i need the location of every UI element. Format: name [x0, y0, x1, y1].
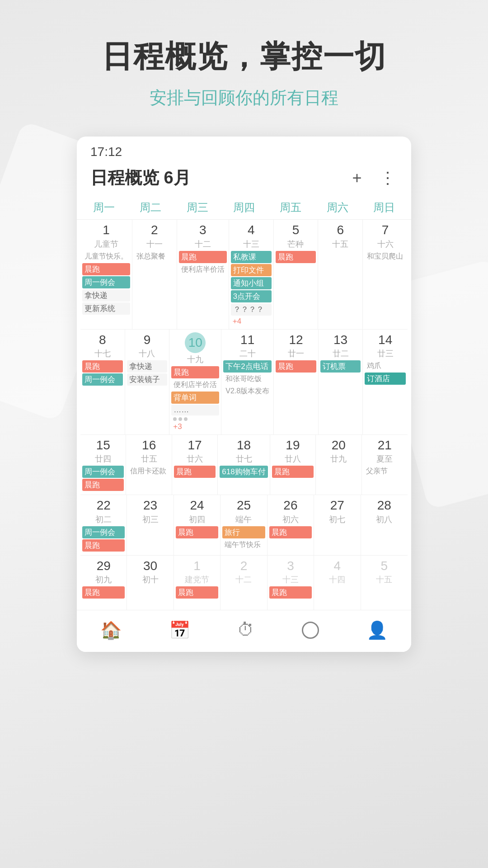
- day-num-wrap: 29: [82, 558, 125, 574]
- day-cell[interactable]: 15廿四周一例会晨跑: [80, 435, 126, 495]
- event-tag[interactable]: 晨跑: [174, 466, 216, 478]
- day-cell[interactable]: 9十八拿快递安装镜子: [125, 330, 170, 434]
- day-cell[interactable]: 5十五: [361, 556, 408, 610]
- day-cell[interactable]: 1儿童节儿童节快乐。晨跑周一例会拿快递更新系统: [80, 220, 132, 329]
- event-tag[interactable]: ？？？？: [231, 303, 272, 316]
- event-tag[interactable]: 私教课: [231, 251, 272, 263]
- day-cell[interactable]: 1建党节晨跑: [174, 556, 221, 610]
- event-tag[interactable]: 便利店半价活: [171, 379, 219, 391]
- day-cell[interactable]: 21夏至父亲节: [362, 435, 408, 495]
- week-row: 1儿童节儿童节快乐。晨跑周一例会拿快递更新系统2十一张总聚餐3十二晨跑便利店半价…: [80, 220, 408, 330]
- day-num-wrap: 13: [320, 332, 361, 348]
- day-num-wrap: 2: [134, 222, 175, 238]
- event-tag[interactable]: 晨跑: [272, 466, 314, 478]
- day-cell[interactable]: 5芒种晨跑: [274, 220, 319, 329]
- event-tag[interactable]: 订机票: [320, 360, 361, 373]
- event-tag[interactable]: 张总聚餐: [134, 251, 175, 262]
- event-tag[interactable]: 晨跑: [82, 263, 130, 275]
- lunar-label: 十七: [82, 348, 123, 359]
- event-tag[interactable]: 晨跑: [276, 251, 316, 263]
- day-cell[interactable]: 7十六和宝贝爬山: [363, 220, 408, 329]
- event-tag[interactable]: 晨跑: [269, 586, 312, 599]
- event-tag[interactable]: 拿快递: [127, 360, 168, 373]
- day-cell[interactable]: 3十三晨跑: [267, 556, 314, 610]
- event-tag[interactable]: 晨跑: [82, 586, 125, 599]
- event-tag[interactable]: 3点开会: [231, 290, 272, 302]
- event-tag[interactable]: 安装镜子: [127, 373, 168, 386]
- day-num-wrap: 21: [364, 438, 406, 453]
- event-tag[interactable]: 618购物车付: [220, 466, 267, 478]
- day-cell[interactable]: 19廿八晨跑: [270, 435, 316, 495]
- event-tag[interactable]: 儿童节快乐。: [82, 251, 130, 262]
- nav-item-calendar[interactable]: 📅: [160, 618, 199, 643]
- event-tag[interactable]: 鸡爪: [365, 360, 406, 372]
- event-tag[interactable]: 晨跑: [176, 526, 218, 538]
- day-cell[interactable]: 14廿三鸡爪订酒店: [363, 330, 408, 434]
- add-button[interactable]: +: [347, 168, 367, 188]
- day-cell[interactable]: 12廿一晨跑: [274, 330, 319, 434]
- day-cell[interactable]: 2十二: [221, 556, 267, 610]
- day-cell[interactable]: 29初九晨跑: [80, 556, 127, 610]
- more-button[interactable]: ⋮: [378, 168, 398, 188]
- day-cell[interactable]: 8十七晨跑周一例会: [80, 330, 125, 434]
- day-cell[interactable]: 4十三私教课打印文件通知小组3点开会？？？？+4: [229, 220, 274, 329]
- event-tag[interactable]: 父亲节: [364, 466, 406, 477]
- nav-item-home[interactable]: 🏠: [91, 618, 131, 643]
- event-tag[interactable]: 订酒店: [365, 373, 406, 385]
- day-cell[interactable]: 20廿九: [316, 435, 361, 495]
- event-tag[interactable]: 端午节快乐: [222, 539, 265, 551]
- event-tag[interactable]: 通知小组: [231, 277, 272, 289]
- event-tag[interactable]: 拿快递: [82, 289, 130, 302]
- event-tag[interactable]: 周一例会: [82, 466, 124, 478]
- day-cell[interactable]: 18廿七618购物车付: [218, 435, 270, 495]
- day-cell[interactable]: 30初十: [127, 556, 174, 610]
- day-cell[interactable]: 28初八: [361, 495, 408, 555]
- day-number: 27: [316, 498, 358, 513]
- day-cell[interactable]: 3十二晨跑便利店半价活: [177, 220, 229, 329]
- nav-item-profile[interactable]: 👤: [357, 618, 397, 643]
- more-events-tag[interactable]: +3: [171, 422, 219, 432]
- nav-item-timer[interactable]: ⏱: [228, 618, 263, 642]
- day-cell[interactable]: 10十九晨跑便利店半价活背单词……+3: [169, 330, 221, 434]
- day-cell[interactable]: 6十五: [318, 220, 363, 329]
- event-tag[interactable]: 周一例会: [82, 276, 130, 288]
- day-cell[interactable]: 2十一张总聚餐: [132, 220, 177, 329]
- day-cell[interactable]: 17廿六晨跑: [172, 435, 218, 495]
- day-cell[interactable]: 27初七: [314, 495, 361, 555]
- event-tag[interactable]: 旅行: [222, 526, 265, 538]
- event-tag[interactable]: 打印文件: [231, 264, 272, 276]
- day-cell[interactable]: 25端午旅行端午节快乐: [221, 495, 267, 555]
- more-events-tag[interactable]: +4: [231, 316, 272, 326]
- event-tag[interactable]: 晨跑: [179, 251, 227, 263]
- day-number: 30: [129, 558, 171, 574]
- event-tag[interactable]: 晨跑: [276, 360, 316, 373]
- event-tag[interactable]: 便利店半价活: [179, 264, 227, 275]
- event-tag[interactable]: 周一例会: [82, 373, 123, 386]
- event-tag[interactable]: 背单词: [171, 392, 219, 404]
- event-tag[interactable]: 信用卡还款: [128, 466, 169, 477]
- week-row: 29初九晨跑30初十1建党节晨跑2十二3十三晨跑4十四5十五: [80, 556, 408, 610]
- event-tag[interactable]: 晨跑: [176, 586, 218, 599]
- day-cell[interactable]: 26初六晨跑: [267, 495, 314, 555]
- day-cell[interactable]: 4十四: [314, 556, 361, 610]
- day-cell[interactable]: 16廿五信用卡还款: [126, 435, 172, 495]
- day-cell[interactable]: 23初三: [127, 495, 174, 555]
- event-tag[interactable]: 晨跑: [82, 360, 123, 373]
- day-cell[interactable]: 24初四晨跑: [174, 495, 221, 555]
- event-tag[interactable]: V2.8版本发布: [223, 386, 272, 397]
- event-tag[interactable]: 和张哥吃饭: [223, 373, 272, 385]
- event-tag[interactable]: 晨跑: [171, 366, 219, 378]
- event-tag[interactable]: 下午2点电话: [223, 360, 272, 373]
- day-cell[interactable]: 13廿二订机票: [319, 330, 363, 434]
- event-tag[interactable]: 晨跑: [269, 526, 312, 538]
- bottom-nav: 🏠 📅 ⏱ 👤: [77, 610, 411, 652]
- event-tag[interactable]: 晨跑: [82, 479, 124, 491]
- day-cell[interactable]: 11二十下午2点电话和张哥吃饭V2.8版本发布: [221, 330, 274, 434]
- event-tag[interactable]: 周一例会: [82, 526, 125, 538]
- nav-item-stats[interactable]: [293, 619, 328, 642]
- event-tag[interactable]: 和宝贝爬山: [365, 251, 406, 262]
- event-tag[interactable]: ……: [171, 405, 219, 415]
- event-tag[interactable]: 更新系统: [82, 302, 130, 315]
- event-tag[interactable]: 晨跑: [82, 539, 125, 552]
- day-cell[interactable]: 22初二周一例会晨跑: [80, 495, 127, 555]
